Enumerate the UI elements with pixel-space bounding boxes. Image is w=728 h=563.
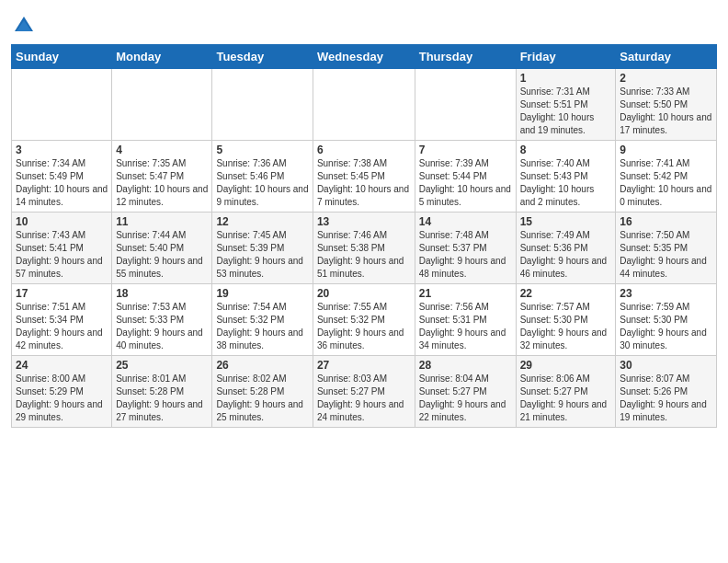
day-info: Sunrise: 7:46 AM Sunset: 5:38 PM Dayligh… bbox=[317, 229, 411, 281]
day-number: 10 bbox=[16, 215, 108, 228]
day-info: Sunrise: 7:34 AM Sunset: 5:49 PM Dayligh… bbox=[16, 157, 108, 209]
weekday-header-monday: Monday bbox=[112, 45, 212, 69]
day-info: Sunrise: 7:49 AM Sunset: 5:36 PM Dayligh… bbox=[520, 229, 612, 281]
day-info: Sunrise: 7:53 AM Sunset: 5:33 PM Dayligh… bbox=[116, 301, 208, 352]
header bbox=[11, 9, 717, 39]
calendar-cell: 27Sunrise: 8:03 AM Sunset: 5:27 PM Dayli… bbox=[313, 356, 415, 428]
calendar-cell: 12Sunrise: 7:45 AM Sunset: 5:39 PM Dayli… bbox=[212, 213, 313, 284]
calendar-cell: 3Sunrise: 7:34 AM Sunset: 5:49 PM Daylig… bbox=[12, 141, 112, 213]
calendar-table: SundayMondayTuesdayWednesdayThursdayFrid… bbox=[11, 44, 717, 428]
calendar-cell: 21Sunrise: 7:56 AM Sunset: 5:31 PM Dayli… bbox=[415, 284, 516, 356]
day-number: 18 bbox=[116, 287, 208, 300]
day-info: Sunrise: 8:01 AM Sunset: 5:28 PM Dayligh… bbox=[116, 373, 208, 424]
calendar-cell: 9Sunrise: 7:41 AM Sunset: 5:42 PM Daylig… bbox=[616, 141, 717, 213]
day-number: 16 bbox=[620, 215, 712, 228]
day-info: Sunrise: 7:35 AM Sunset: 5:47 PM Dayligh… bbox=[116, 157, 208, 209]
day-number: 22 bbox=[520, 287, 612, 300]
day-info: Sunrise: 8:03 AM Sunset: 5:27 PM Dayligh… bbox=[317, 373, 411, 424]
calendar-cell bbox=[12, 69, 112, 141]
calendar-cell: 15Sunrise: 7:49 AM Sunset: 5:36 PM Dayli… bbox=[516, 213, 616, 284]
calendar-cell bbox=[313, 69, 415, 141]
day-info: Sunrise: 7:36 AM Sunset: 5:46 PM Dayligh… bbox=[216, 157, 308, 209]
day-number: 5 bbox=[216, 144, 308, 156]
day-info: Sunrise: 7:48 AM Sunset: 5:37 PM Dayligh… bbox=[419, 229, 512, 281]
day-info: Sunrise: 7:31 AM Sunset: 5:51 PM Dayligh… bbox=[520, 86, 612, 137]
day-number: 1 bbox=[520, 72, 612, 85]
calendar-week-row: 1Sunrise: 7:31 AM Sunset: 5:51 PM Daylig… bbox=[12, 69, 717, 141]
day-info: Sunrise: 7:57 AM Sunset: 5:30 PM Dayligh… bbox=[520, 301, 612, 352]
calendar-cell bbox=[415, 69, 516, 141]
day-number: 2 bbox=[620, 72, 712, 85]
day-number: 17 bbox=[16, 287, 108, 300]
weekday-header-sunday: Sunday bbox=[12, 45, 112, 69]
weekday-header-wednesday: Wednesday bbox=[313, 45, 415, 69]
weekday-header-tuesday: Tuesday bbox=[212, 45, 313, 69]
day-info: Sunrise: 7:33 AM Sunset: 5:50 PM Dayligh… bbox=[620, 86, 712, 137]
day-number: 29 bbox=[520, 359, 612, 372]
calendar-week-row: 3Sunrise: 7:34 AM Sunset: 5:49 PM Daylig… bbox=[12, 141, 717, 213]
calendar-cell: 1Sunrise: 7:31 AM Sunset: 5:51 PM Daylig… bbox=[516, 69, 616, 141]
day-number: 19 bbox=[216, 287, 308, 300]
calendar-cell: 5Sunrise: 7:36 AM Sunset: 5:46 PM Daylig… bbox=[212, 141, 313, 213]
day-number: 15 bbox=[520, 215, 612, 228]
calendar-week-row: 24Sunrise: 8:00 AM Sunset: 5:29 PM Dayli… bbox=[12, 356, 717, 428]
day-number: 6 bbox=[317, 144, 411, 156]
day-number: 27 bbox=[317, 359, 411, 372]
calendar-cell: 25Sunrise: 8:01 AM Sunset: 5:28 PM Dayli… bbox=[112, 356, 212, 428]
calendar-cell bbox=[212, 69, 313, 141]
day-info: Sunrise: 7:55 AM Sunset: 5:32 PM Dayligh… bbox=[317, 301, 411, 352]
day-number: 14 bbox=[419, 215, 512, 228]
day-info: Sunrise: 7:41 AM Sunset: 5:42 PM Dayligh… bbox=[620, 157, 712, 209]
day-number: 4 bbox=[116, 144, 208, 156]
day-number: 11 bbox=[116, 215, 208, 228]
day-info: Sunrise: 7:59 AM Sunset: 5:30 PM Dayligh… bbox=[620, 301, 712, 352]
day-info: Sunrise: 8:07 AM Sunset: 5:26 PM Dayligh… bbox=[620, 373, 712, 424]
weekday-header-friday: Friday bbox=[516, 45, 616, 69]
weekday-header-saturday: Saturday bbox=[616, 45, 717, 69]
day-number: 26 bbox=[216, 359, 308, 372]
calendar-cell: 26Sunrise: 8:02 AM Sunset: 5:28 PM Dayli… bbox=[212, 356, 313, 428]
day-number: 9 bbox=[620, 144, 712, 156]
day-number: 12 bbox=[216, 215, 308, 228]
day-info: Sunrise: 7:38 AM Sunset: 5:45 PM Dayligh… bbox=[317, 157, 411, 209]
calendar-cell: 17Sunrise: 7:51 AM Sunset: 5:34 PM Dayli… bbox=[12, 284, 112, 356]
day-number: 21 bbox=[419, 287, 512, 300]
day-number: 24 bbox=[16, 359, 108, 372]
calendar-cell: 20Sunrise: 7:55 AM Sunset: 5:32 PM Dayli… bbox=[313, 284, 415, 356]
calendar-cell: 14Sunrise: 7:48 AM Sunset: 5:37 PM Dayli… bbox=[415, 213, 516, 284]
day-number: 28 bbox=[419, 359, 512, 372]
day-info: Sunrise: 8:06 AM Sunset: 5:27 PM Dayligh… bbox=[520, 373, 612, 424]
calendar-cell: 6Sunrise: 7:38 AM Sunset: 5:45 PM Daylig… bbox=[313, 141, 415, 213]
calendar-week-row: 17Sunrise: 7:51 AM Sunset: 5:34 PM Dayli… bbox=[12, 284, 717, 356]
day-info: Sunrise: 7:45 AM Sunset: 5:39 PM Dayligh… bbox=[216, 229, 308, 281]
day-info: Sunrise: 7:50 AM Sunset: 5:35 PM Dayligh… bbox=[620, 229, 712, 281]
calendar-cell: 22Sunrise: 7:57 AM Sunset: 5:30 PM Dayli… bbox=[516, 284, 616, 356]
calendar-cell: 13Sunrise: 7:46 AM Sunset: 5:38 PM Dayli… bbox=[313, 213, 415, 284]
calendar-cell bbox=[112, 69, 212, 141]
calendar-cell: 7Sunrise: 7:39 AM Sunset: 5:44 PM Daylig… bbox=[415, 141, 516, 213]
logo-icon bbox=[11, 13, 37, 39]
calendar-cell: 11Sunrise: 7:44 AM Sunset: 5:40 PM Dayli… bbox=[112, 213, 212, 284]
day-info: Sunrise: 8:04 AM Sunset: 5:27 PM Dayligh… bbox=[419, 373, 512, 424]
day-number: 3 bbox=[16, 144, 108, 156]
calendar-cell: 28Sunrise: 8:04 AM Sunset: 5:27 PM Dayli… bbox=[415, 356, 516, 428]
calendar-cell: 4Sunrise: 7:35 AM Sunset: 5:47 PM Daylig… bbox=[112, 141, 212, 213]
day-info: Sunrise: 7:39 AM Sunset: 5:44 PM Dayligh… bbox=[419, 157, 512, 209]
weekday-header-row: SundayMondayTuesdayWednesdayThursdayFrid… bbox=[12, 45, 717, 69]
calendar-cell: 16Sunrise: 7:50 AM Sunset: 5:35 PM Dayli… bbox=[616, 213, 717, 284]
day-number: 8 bbox=[520, 144, 612, 156]
calendar-cell: 23Sunrise: 7:59 AM Sunset: 5:30 PM Dayli… bbox=[616, 284, 717, 356]
calendar-cell: 19Sunrise: 7:54 AM Sunset: 5:32 PM Dayli… bbox=[212, 284, 313, 356]
calendar-cell: 24Sunrise: 8:00 AM Sunset: 5:29 PM Dayli… bbox=[12, 356, 112, 428]
weekday-header-thursday: Thursday bbox=[415, 45, 516, 69]
calendar-cell: 8Sunrise: 7:40 AM Sunset: 5:43 PM Daylig… bbox=[516, 141, 616, 213]
calendar-cell: 18Sunrise: 7:53 AM Sunset: 5:33 PM Dayli… bbox=[112, 284, 212, 356]
day-number: 20 bbox=[317, 287, 411, 300]
day-info: Sunrise: 7:54 AM Sunset: 5:32 PM Dayligh… bbox=[216, 301, 308, 352]
day-number: 13 bbox=[317, 215, 411, 228]
calendar-cell: 10Sunrise: 7:43 AM Sunset: 5:41 PM Dayli… bbox=[12, 213, 112, 284]
day-info: Sunrise: 7:43 AM Sunset: 5:41 PM Dayligh… bbox=[16, 229, 108, 281]
day-number: 25 bbox=[116, 359, 208, 372]
day-info: Sunrise: 7:56 AM Sunset: 5:31 PM Dayligh… bbox=[419, 301, 512, 352]
calendar-cell: 29Sunrise: 8:06 AM Sunset: 5:27 PM Dayli… bbox=[516, 356, 616, 428]
